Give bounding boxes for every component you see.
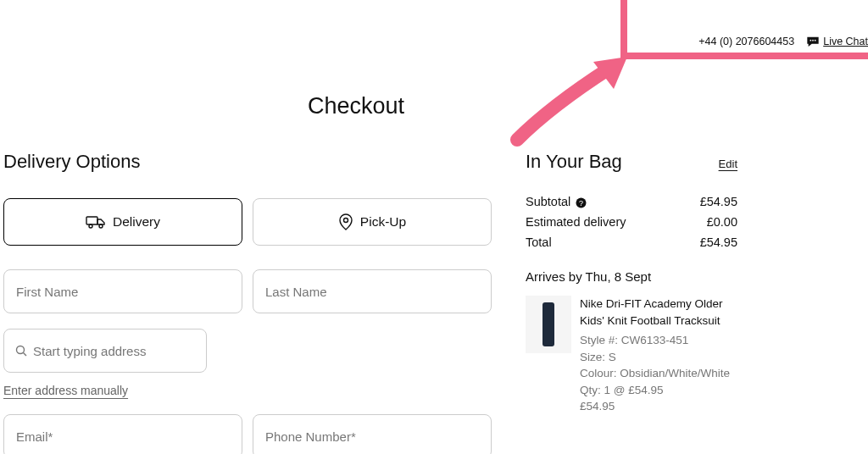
subtotal-value: £54.95	[700, 195, 737, 208]
help-icon[interactable]: ?	[576, 197, 587, 208]
shipping-label: Estimated delivery	[526, 215, 626, 229]
chat-icon	[806, 36, 820, 47]
delivery-section: Delivery Options Delivery Pick-Up Enter …	[3, 151, 492, 454]
svg-line-8	[24, 353, 27, 357]
pickup-option-button[interactable]: Pick-Up	[253, 198, 492, 246]
phone-input[interactable]	[253, 414, 492, 454]
svg-point-6	[343, 219, 348, 223]
live-chat-label: Live Chat	[823, 36, 868, 47]
first-name-input[interactable]	[3, 269, 242, 313]
delivery-heading: Delivery Options	[3, 151, 492, 173]
enter-address-manually-link[interactable]: Enter address manually	[3, 384, 128, 397]
email-input[interactable]	[3, 414, 242, 454]
svg-text:?: ?	[579, 198, 583, 207]
svg-point-1	[812, 40, 814, 42]
bag-item: Nike Dri-FIT Academy Older Kids' Knit Fo…	[526, 296, 737, 415]
pickup-option-label: Pick-Up	[360, 214, 406, 230]
address-input[interactable]	[3, 329, 207, 373]
product-colour: Colour: Obsidian/White/White	[580, 365, 737, 382]
total-value: £54.95	[700, 235, 737, 249]
subtotal-label: Subtotal	[526, 195, 570, 208]
svg-point-5	[99, 224, 103, 228]
product-style: Style #: CW6133-451	[580, 332, 737, 349]
subtotal-row: Subtotal ? £54.95	[526, 195, 737, 208]
truck-icon	[86, 214, 106, 230]
page-title: Checkout	[0, 93, 712, 119]
search-icon	[15, 345, 27, 357]
live-chat-link[interactable]: Live Chat	[806, 36, 868, 47]
product-name: Nike Dri-FIT Academy Older Kids' Knit Fo…	[580, 296, 737, 329]
arrival-estimate: Arrives by Thu, 8 Sept	[526, 269, 737, 284]
total-row: Total £54.95	[526, 235, 737, 249]
product-price: £54.95	[580, 398, 737, 415]
product-thumbnail	[526, 296, 571, 353]
delivery-option-button[interactable]: Delivery	[3, 198, 242, 246]
bag-section: In Your Bag Edit Subtotal ? £54.95 Estim…	[526, 151, 737, 415]
total-label: Total	[526, 235, 552, 249]
edit-bag-link[interactable]: Edit	[719, 158, 737, 170]
support-bar: +44 (0) 2076604453 Live Chat	[698, 36, 868, 47]
bag-title: In Your Bag	[526, 151, 622, 173]
pin-icon	[338, 213, 353, 230]
product-size: Size: S	[580, 349, 737, 366]
shipping-row: Estimated delivery £0.00	[526, 215, 737, 229]
support-phone: +44 (0) 2076604453	[698, 36, 794, 47]
svg-point-7	[17, 346, 25, 354]
svg-point-0	[810, 40, 812, 42]
svg-point-2	[815, 40, 816, 42]
shipping-value: £0.00	[707, 215, 737, 229]
svg-point-4	[89, 224, 92, 228]
last-name-input[interactable]	[253, 269, 492, 313]
svg-rect-3	[86, 217, 97, 224]
annotation-highlight-box	[620, 0, 868, 59]
product-qty: Qty: 1 @ £54.95	[580, 382, 737, 399]
delivery-option-label: Delivery	[113, 214, 160, 230]
